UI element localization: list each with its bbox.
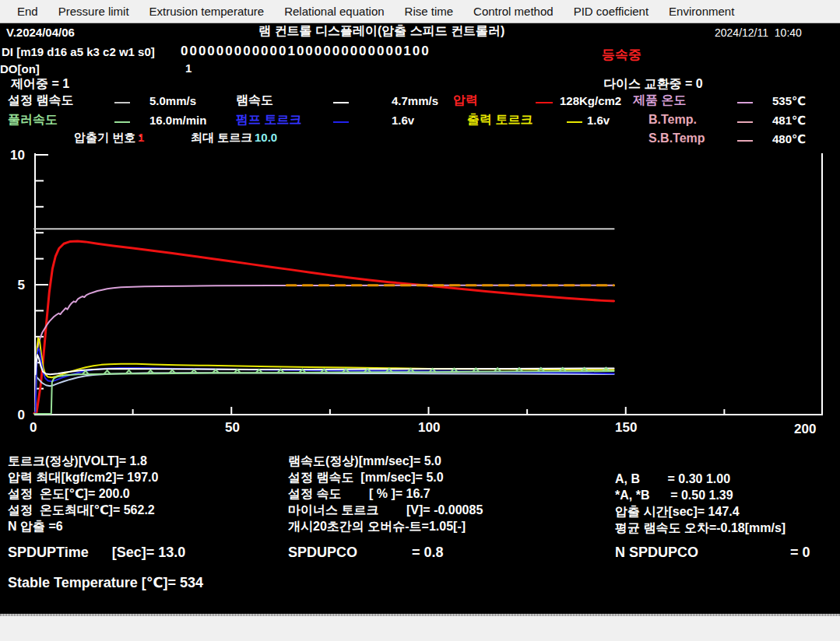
legend-value-pressure: 128Kg/cm2 <box>560 94 621 107</box>
trend-chart <box>0 144 840 443</box>
stat-set-temp-max: 설정 온도최대[℃]= 562.2 <box>8 503 155 517</box>
legend-value-product-temp: 535℃ <box>772 94 806 107</box>
legend-label-puller-speed: 풀러속도 <box>8 113 58 127</box>
x-axis-tick-200: 200 <box>794 422 816 437</box>
legend-value-set-ram-speed: 5.0mm/s <box>149 94 196 107</box>
legend-value-puller-speed: 16.0m/min <box>149 114 206 127</box>
menu-item-end[interactable]: End <box>17 5 38 18</box>
menu-bar: End Pressure limit Extrusion temperature… <box>0 0 840 23</box>
stat-set-speed-percent: 설정 속도 [ % ]= 16.7 <box>288 487 431 501</box>
legend-label-b-temp: B.Temp. <box>648 113 697 127</box>
legend-value-pump-torque: 1.6v <box>392 114 414 127</box>
stat-extrusion-time: 압출 시간[sec]= 147.4 <box>615 505 740 519</box>
menu-item-control-method[interactable]: Control method <box>473 5 554 18</box>
stat-set-ram-speed: 설정 램속도 [mm/sec]= 5.0 <box>288 471 444 485</box>
version-label: V.2024/04/06 <box>6 26 75 39</box>
stat-avg-ram-speed-error: 평균 램속도 오차=-0.18[mm/s] <box>615 521 786 535</box>
stat-n-spdup-label: N SPDUPCO <box>615 545 698 561</box>
legend-line-product-temp <box>737 102 753 103</box>
menu-item-pid-coefficient[interactable]: PID coefficient <box>574 5 648 18</box>
legend-value-ram-speed: 4.7mm/s <box>392 94 438 107</box>
datetime: 2024/12/11 10:40 <box>715 26 802 39</box>
stat-n-extrusion: N 압출 =6 <box>8 520 63 534</box>
control-status: 제어중 = 1 <box>11 77 69 91</box>
legend-line-ram-speed <box>333 102 349 103</box>
legend-label-pressure: 압력 <box>453 93 478 107</box>
menu-item-relational-equation[interactable]: Relational equation <box>284 5 384 18</box>
bottom-window-area <box>0 616 840 641</box>
menu-item-environment[interactable]: Environment <box>669 5 734 18</box>
legend-label-product-temp: 제품 온도 <box>633 93 686 107</box>
status-badge-constant-speed: 등속중 <box>602 47 641 63</box>
x-axis-tick-150: 150 <box>615 420 637 436</box>
x-axis-tick-100: 100 <box>418 420 440 436</box>
dice-exchange-status: 다이스 교환중 = 0 <box>603 77 703 91</box>
max-torque-label: 최대 토르크 <box>191 131 252 144</box>
di-bits: 0000000000001000000000000100 <box>181 44 431 59</box>
stat-stable-temperature: Stable Temperature [℃]= 534 <box>8 575 203 591</box>
max-torque-value: 10.0 <box>255 131 277 144</box>
menu-item-rise-time[interactable]: Rise time <box>405 5 454 18</box>
stat-overshoot-20s: 개시20초간의 오버슈-트=1.05[-] <box>288 520 466 534</box>
legend-value-output-torque: 1.6v <box>587 114 610 127</box>
legend-label-set-ram-speed: 설정 램속도 <box>8 93 73 107</box>
legend-value-b-temp: 481℃ <box>772 114 806 127</box>
stat-torque-normal: 토르크(정상)[VOLT]= 1.8 <box>8 454 147 468</box>
page-title: 램 컨트롤 디스플레이(압출 스피드 컨트롤러) <box>258 24 504 38</box>
legend-line-pressure <box>536 102 553 103</box>
stat-astar-bstar: *A, *B = 0.50 1.39 <box>615 489 733 503</box>
di-label: DI [m19 d16 a5 k3 c2 w1 s0] <box>2 45 155 58</box>
ram-control-display-window: End Pressure limit Extrusion temperature… <box>0 0 840 641</box>
stat-spdup-time: SPDUPTime [Sec]= 13.0 <box>8 545 185 561</box>
legend-line-b-temp <box>737 121 753 123</box>
stat-set-temp: 설정 온도[℃]= 200.0 <box>8 487 130 501</box>
y-axis-tick-10: 10 <box>6 148 25 163</box>
stat-n-spdup-value: = 0 <box>790 545 810 561</box>
legend-line-sb-temp <box>737 140 753 142</box>
legend-line-puller-speed <box>114 121 130 123</box>
stat-a-b: A, B = 0.30 1.00 <box>615 472 730 486</box>
y-axis-tick-5: 5 <box>6 278 25 293</box>
menu-item-pressure-limit[interactable]: Pressure limit <box>58 5 129 18</box>
x-axis-tick-50: 50 <box>225 420 240 436</box>
x-axis-tick-0: 0 <box>30 420 37 436</box>
extruder-no-value: 1 <box>138 131 144 144</box>
legend-label-pump-torque: 펌프 토르크 <box>236 113 301 127</box>
legend-line-output-torque <box>567 121 582 123</box>
extruder-no-label: 압출기 번호 : <box>74 131 142 144</box>
menu-item-extrusion-temperature[interactable]: Extrusion temperature <box>149 5 265 18</box>
stat-spdup-co: SPDUPCO = 0.8 <box>288 545 444 561</box>
legend-line-pump-torque <box>333 121 349 123</box>
legend-label-output-torque: 출력 토르크 <box>467 113 532 127</box>
stat-pressure-max: 압력 최대[kgf/cm2]= 197.0 <box>8 471 158 485</box>
stat-minus-torque: 마이너스 토르크 [V]= -0.00085 <box>288 503 483 517</box>
do-value: 1 <box>185 61 192 75</box>
legend-label-ram-speed: 램속도 <box>236 93 273 107</box>
y-axis-tick-0: 0 <box>6 408 25 423</box>
legend-line-set-ram-speed <box>114 102 130 103</box>
do-label: DO[on] <box>0 62 40 75</box>
stat-ram-speed-normal: 램속도(정상)[mm/sec]= 5.0 <box>288 454 441 468</box>
